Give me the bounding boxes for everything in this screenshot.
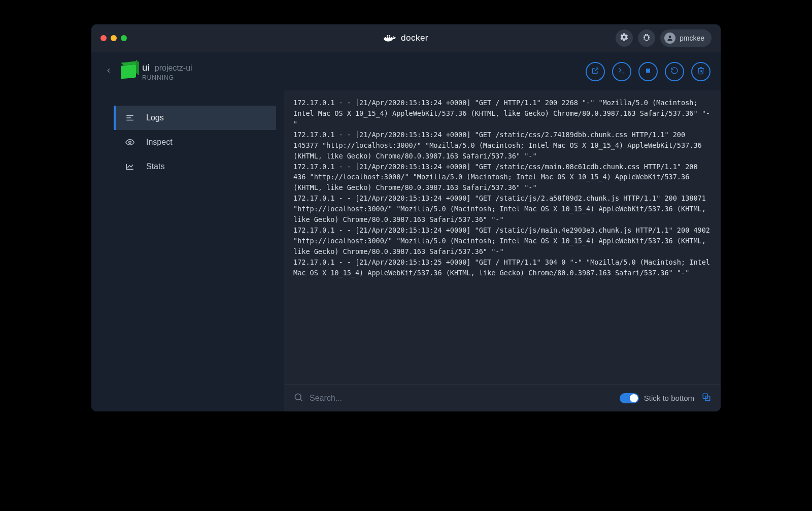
svg-rect-8 (647, 69, 650, 72)
cli-button[interactable] (612, 62, 631, 81)
terminal-icon (618, 67, 626, 77)
search-input[interactable] (310, 394, 613, 403)
brand-name: docker (401, 33, 428, 43)
close-window-button[interactable] (100, 35, 107, 41)
container-actions (586, 62, 710, 81)
stick-to-bottom: Stick to bottom (620, 393, 694, 403)
sidebar-item-label: Stats (146, 162, 164, 171)
logs-toolbar: Stick to bottom (284, 384, 721, 411)
sidebar-item-label: Inspect (146, 138, 173, 147)
svg-rect-3 (387, 35, 388, 37)
stop-icon (644, 67, 652, 77)
chevron-left-icon (105, 65, 112, 78)
container-status: RUNNING (142, 74, 192, 81)
minimize-window-button[interactable] (111, 35, 117, 41)
sidebar-item-logs[interactable]: Logs (114, 106, 276, 130)
main-panel: 172.17.0.1 - - [21/Apr/2020:15:13:24 +00… (284, 90, 721, 411)
copy-button[interactable] (701, 393, 712, 403)
maximize-window-button[interactable] (121, 35, 127, 41)
avatar-icon (664, 33, 675, 44)
container-title-block: ui projectz-ui RUNNING (142, 62, 192, 81)
stick-to-bottom-toggle[interactable] (620, 393, 639, 403)
logs-output[interactable]: 172.17.0.1 - - [21/Apr/2020:15:13:24 +00… (284, 90, 721, 384)
user-name: pmckee (680, 34, 704, 42)
container-icon (121, 64, 136, 79)
back-button[interactable] (101, 65, 116, 79)
logs-icon (125, 114, 135, 121)
titlebar: docker pmckee (91, 24, 721, 52)
container-name: ui (142, 62, 150, 73)
settings-button[interactable] (616, 29, 633, 47)
docker-logo-icon (384, 33, 397, 43)
project-name: projectz-ui (155, 63, 192, 73)
container-header: ui projectz-ui RUNNING (91, 52, 721, 90)
stop-button[interactable] (638, 62, 658, 81)
open-browser-button[interactable] (586, 62, 605, 81)
chart-icon (125, 163, 135, 171)
window-controls (100, 35, 127, 41)
copy-icon (702, 393, 711, 404)
eye-icon (125, 139, 135, 146)
svg-point-6 (669, 36, 671, 38)
stick-to-bottom-label: Stick to bottom (644, 394, 694, 402)
search-wrap (293, 392, 613, 404)
sidebar-item-label: Logs (146, 113, 164, 122)
restart-button[interactable] (665, 62, 684, 81)
svg-point-13 (295, 394, 301, 400)
brand: docker (384, 33, 428, 43)
body: Logs Inspect Stats 172.17.0.1 - - [21/Ap… (91, 90, 721, 411)
sidebar-item-inspect[interactable]: Inspect (114, 130, 276, 154)
search-icon (293, 392, 303, 404)
external-link-icon (591, 67, 599, 77)
svg-line-14 (300, 399, 302, 401)
trash-icon (697, 67, 705, 77)
titlebar-actions: pmckee (616, 29, 712, 47)
svg-point-12 (129, 141, 131, 144)
troubleshoot-button[interactable] (638, 29, 655, 47)
sidebar-item-stats[interactable]: Stats (114, 154, 276, 179)
delete-button[interactable] (691, 62, 710, 81)
app-window: docker pmckee (91, 24, 721, 411)
restart-icon (670, 67, 679, 77)
sidebar: Logs Inspect Stats (91, 90, 284, 411)
user-menu[interactable]: pmckee (660, 29, 712, 47)
svg-rect-4 (389, 35, 390, 37)
gear-icon (620, 33, 629, 44)
bug-icon (642, 33, 651, 44)
